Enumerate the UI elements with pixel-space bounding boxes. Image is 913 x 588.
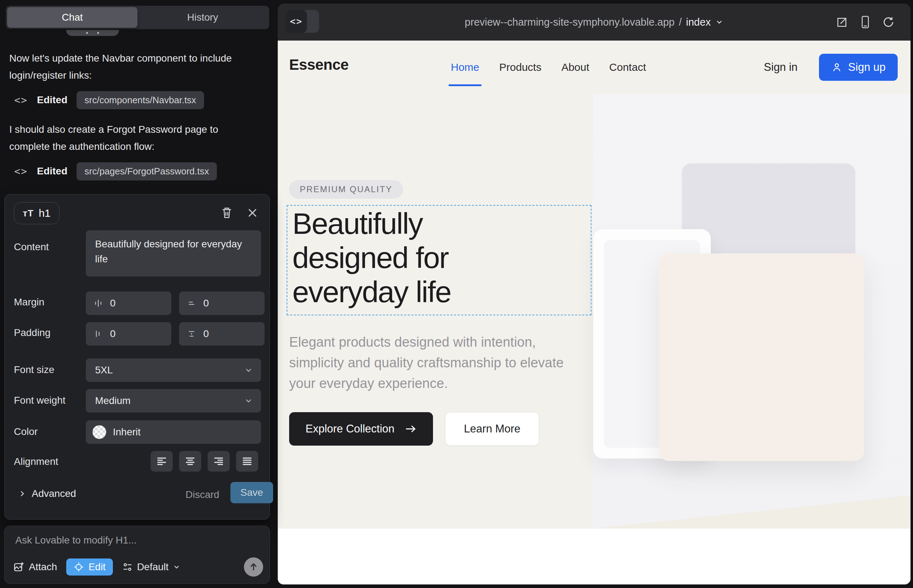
decor-cream-card [659, 254, 864, 461]
code-view-segment[interactable]: <> [286, 10, 307, 33]
align-left-button[interactable] [151, 451, 173, 472]
url-host: preview--charming-site-symphony.lovable.… [465, 16, 674, 28]
padding-horizontal-icon [94, 329, 103, 339]
chat-message: I should also create a Forgot Password p… [9, 121, 255, 155]
chat-message: Now let's update the Navbar component to… [9, 50, 255, 84]
margin-label: Margin [14, 297, 45, 308]
margin-vertical-icon [187, 299, 196, 308]
font-weight-label: Font weight [14, 395, 66, 406]
tab-chat[interactable]: Chat [7, 7, 138, 28]
code-preview-toggle[interactable]: <> [286, 10, 319, 33]
chrome-actions [836, 3, 895, 40]
discard-button[interactable]: Discard [186, 489, 219, 501]
content-label: Content [14, 241, 49, 253]
target-icon [73, 562, 84, 572]
padding-y-input[interactable]: 0 [179, 322, 265, 346]
site-brand[interactable]: Essence [289, 56, 349, 73]
site-navbar: Essence Home Products About Contact Sign… [278, 40, 910, 94]
delete-element-button[interactable] [218, 204, 235, 221]
site-nav-actions: Sign in Sign up [764, 40, 898, 94]
color-select[interactable]: Inherit [86, 420, 261, 444]
default-mode-selector[interactable]: Default [122, 561, 181, 573]
sign-in-link[interactable]: Sign in [764, 61, 798, 74]
alignment-label: Alignment [14, 456, 58, 467]
hero-badge: PREMIUM QUALITY [289, 180, 403, 199]
margin-x-input[interactable]: 0 [86, 291, 171, 315]
active-underline [448, 84, 481, 86]
save-button[interactable]: Save [230, 482, 273, 503]
code-icon: <> [14, 165, 28, 177]
padding-label: Padding [14, 327, 50, 339]
prompt-input[interactable] [15, 535, 250, 546]
user-icon [831, 61, 842, 73]
close-icon [247, 207, 258, 218]
nav-link-products[interactable]: Products [499, 61, 541, 73]
margin-y-input[interactable]: 0 [179, 291, 265, 315]
selected-element-tag[interactable]: тT h1 [14, 202, 60, 224]
edit-mode-button[interactable]: Edit [66, 559, 113, 575]
edited-file-row: <> Edited src/components/Navbar.tsx [14, 90, 204, 110]
send-button[interactable] [244, 557, 263, 577]
url-separator: / [679, 16, 682, 28]
font-weight-select[interactable]: Medium [86, 389, 261, 412]
chat-history-tabbar: Chat History [6, 6, 269, 29]
nav-link-home[interactable]: Home [451, 61, 479, 73]
attach-image-icon [13, 561, 24, 573]
arrow-up-icon [249, 562, 259, 572]
arrow-right-icon [405, 423, 417, 434]
sign-up-button[interactable]: Sign up [819, 54, 898, 81]
code-icon: <> [14, 94, 28, 106]
align-center-icon [185, 457, 196, 466]
trash-icon [221, 207, 233, 219]
element-tag-label: h1 [39, 207, 50, 219]
url-bar[interactable]: preview--charming-site-symphony.lovable.… [385, 3, 804, 40]
alignment-group [151, 451, 258, 472]
prompt-toolbar: Attach Edit Default [13, 557, 263, 577]
open-external-icon[interactable] [836, 16, 848, 29]
chevron-down-icon [173, 563, 181, 571]
advanced-toggle[interactable]: Advanced [18, 488, 76, 499]
tab-history[interactable]: History [138, 7, 268, 28]
chevron-down-icon [715, 18, 724, 26]
preview-frame: <> preview--charming-site-symphony.lovab… [278, 3, 910, 585]
close-panel-button[interactable] [244, 204, 261, 221]
site-nav-links: Home Products About Contact [451, 40, 646, 94]
learn-more-button[interactable]: Learn More [445, 412, 539, 446]
align-justify-icon [242, 457, 253, 466]
selection-outline[interactable]: Beautifully designed for everyday life [287, 205, 591, 315]
font-size-select[interactable]: 5XL [86, 359, 261, 382]
file-chip[interactable]: src/components/Navbar.tsx [76, 91, 204, 109]
font-size-label: Font size [14, 364, 55, 375]
content-textarea[interactable]: Beautifully designed for everyday life [86, 230, 261, 276]
hero-paragraph: Elegant products designed with intention… [289, 332, 574, 394]
edited-label: Edited [37, 165, 68, 177]
explore-collection-button[interactable]: Explore Collection [289, 412, 433, 446]
mobile-device-icon[interactable] [859, 15, 871, 29]
chevron-right-icon [18, 490, 26, 498]
file-chip[interactable]: src/pages/ForgotPassword.tsx [76, 162, 217, 181]
align-right-icon [213, 457, 224, 466]
typography-icon: тT [23, 208, 34, 219]
align-center-button[interactable] [179, 451, 201, 472]
hero-heading[interactable]: Beautifully designed for everyday life [292, 207, 524, 309]
edited-label: Edited [37, 94, 68, 106]
align-right-button[interactable] [207, 451, 230, 472]
hero-cta-row: Explore Collection Learn More [289, 412, 539, 446]
chevron-down-icon [244, 396, 253, 405]
browser-chrome: <> preview--charming-site-symphony.lovab… [278, 3, 910, 40]
prompt-box: Attach Edit Default [4, 526, 270, 584]
padding-x-input[interactable]: 0 [86, 322, 171, 346]
attach-button[interactable]: Attach [13, 561, 57, 573]
align-left-icon [156, 457, 167, 466]
nav-link-contact[interactable]: Contact [609, 61, 646, 73]
code-icon: <> [290, 16, 302, 27]
align-justify-button[interactable] [236, 451, 258, 472]
url-page: index [686, 16, 711, 28]
scrolled-chip-fragment [66, 30, 119, 36]
sliders-icon [122, 562, 133, 572]
refresh-icon[interactable] [882, 16, 895, 29]
app-root: Chat History Now let's update the Navbar… [0, 0, 913, 588]
padding-vertical-icon [187, 329, 196, 339]
color-swatch [92, 425, 107, 439]
nav-link-about[interactable]: About [561, 61, 589, 73]
